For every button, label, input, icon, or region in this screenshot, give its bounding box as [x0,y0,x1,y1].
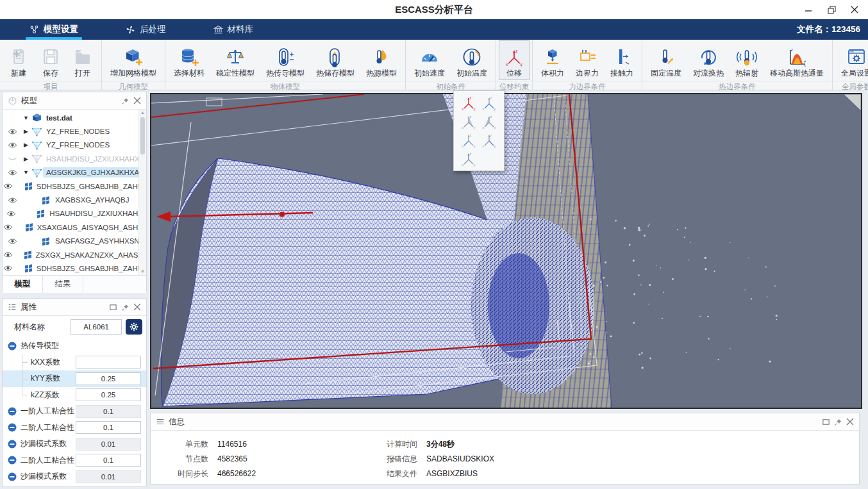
scrollbar-thumb[interactable] [140,117,145,154]
tree-item[interactable]: HSAUHDISU_JZXIUXHAHX [3,207,146,220]
material-name-input[interactable] [71,319,122,335]
tree-item[interactable]: ▶YZ_FREE_NODES [3,138,146,152]
restore-button[interactable] [822,2,841,17]
eye-off-icon[interactable] [3,155,22,162]
collapse-minus-icon[interactable] [8,342,17,351]
ribbon-button-boundary-force[interactable]: 边界力 [570,40,605,80]
ribbon-button-thermo-source[interactable]: 热源模型 [360,40,403,80]
tree-item[interactable]: SDHSBJZS_GHSABJHB_ZAHU [3,179,146,193]
collapse-minus-icon[interactable] [8,423,17,432]
property-value-input[interactable] [76,421,141,434]
ribbon-button-thermo-conduct[interactable]: 热传导模型 [260,40,310,80]
tree-item-label[interactable]: YZ_FREE_NODES [43,126,113,137]
collapse-minus-icon[interactable] [8,456,17,465]
eye-icon[interactable] [3,265,13,272]
ribbon-button-triad-red[interactable]: z x y位移 [499,40,530,80]
property-value-input[interactable] [76,405,141,418]
close-icon[interactable] [133,303,141,311]
constraint-plane-a-option[interactable]: z x y [458,112,479,131]
close-icon[interactable] [133,97,141,104]
ribbon-button-gauge[interactable]: 初始速度 [408,40,451,80]
property-value-input[interactable] [76,438,141,451]
constraint-axis-x-option[interactable]: z x y [458,131,479,149]
tree-item-label[interactable]: SDHSBJZS_GHSABJHB_ZAHU [33,181,146,192]
ribbon-button-gauss-flux[interactable]: zx移动高斯热通量 [764,40,830,80]
property-value-input[interactable] [76,388,141,401]
tab-model-setup[interactable]: 模型设置 [26,19,82,40]
property-value-input[interactable] [76,372,141,385]
ribbon-button-folder[interactable]: 打开 [67,40,99,80]
tab-post-processing[interactable]: 后处理 [122,19,170,40]
eye-icon[interactable] [3,238,22,245]
eye-icon[interactable] [3,251,13,258]
ribbon-button-contact-force[interactable]: 接触力 [605,40,639,80]
tree-item[interactable]: SAGFASGZ_ASYHHXSN [3,235,146,248]
ribbon-button-thermo-convect[interactable]: 对流换热 [687,40,730,80]
tree-scrollbar[interactable]: ▲ ▼ [138,110,146,275]
ribbon-button-settings-window[interactable]: 全局设置 [835,40,868,80]
ribbon-button-database-add[interactable]: 选择材料 [168,40,210,80]
tree-item-label[interactable]: test.dat [43,113,76,123]
scroll-up-icon[interactable]: ▲ [139,110,146,116]
chevron-right-icon[interactable]: ▶ [22,142,30,148]
constraint-axis-z-option[interactable]: z x y [458,149,479,168]
close-icon[interactable] [846,418,854,426]
constraint-plane-b-option[interactable]: z x y [479,112,499,131]
tree-item-label[interactable]: SAGFASGZ_ASYHHXSN [52,236,143,246]
tree-item-label[interactable]: XSAXGAUS_AISYAQSH_ASHX [34,222,146,233]
eye-icon[interactable] [3,169,22,176]
tree-item-label[interactable]: HSAUHDISU_JZXIUXHAHX [46,208,146,219]
scroll-down-icon[interactable]: ▼ [139,269,146,275]
ribbon-button-thermo-store[interactable]: 热储存模型 [310,40,360,80]
tab-material-library[interactable]: 材料库 [210,19,258,40]
chevron-right-icon[interactable]: ▶ [22,156,30,162]
panel-tab-result[interactable]: 结果 [43,276,83,293]
property-value-input[interactable] [76,356,141,369]
chevron-down-icon[interactable]: ▼ [22,169,30,176]
tree-item-label[interactable]: AGSGKJKG_GJHXAJKHXA [43,167,142,178]
collapse-minus-icon[interactable] [8,407,17,416]
property-value-input[interactable] [76,454,141,467]
ribbon-button-cube-add[interactable]: 增加网格模型 [104,40,162,80]
minimize-button[interactable] [799,2,818,17]
tree-item[interactable]: SDHSBJZS_GHSABJHB_ZAHU [3,261,146,275]
constraint-axis-y-option[interactable]: z x y [479,131,499,149]
viewport-3d[interactable] [150,93,862,409]
tree-item-label[interactable]: ZSXGX_HSAKAZNZXK_AHASX [33,250,146,260]
tree-item-label[interactable]: YZ_FREE_NODES [43,140,113,150]
tree-item[interactable]: ▶HSAUHDISU_JZXIUXHAHX [3,152,146,165]
tree-item-label[interactable]: XAGBSXG_AYHAQBJ [52,195,132,205]
collapse-minus-icon[interactable] [8,472,17,481]
ribbon-button-thermo-circle[interactable]: 初始温度 [451,40,493,80]
pin-icon[interactable] [121,97,129,105]
constraint-xyz-option[interactable]: z x y [458,94,479,112]
pin-icon[interactable] [834,418,842,426]
close-button[interactable] [845,2,864,17]
constraint-free-option[interactable]: z x y [479,94,499,112]
panel-tab-model[interactable]: 模型 [3,276,43,293]
tree-item[interactable]: XAGBSXG_AYHAQBJ [3,193,146,206]
pin-icon[interactable] [121,303,129,311]
ribbon-button-body-force[interactable]: 体积力 [535,40,570,80]
eye-icon[interactable] [3,197,22,204]
property-value-input[interactable] [76,470,141,483]
tree-item[interactable]: ZSXGX_HSAKAZNZXK_AHASX [3,248,146,261]
ribbon-button-save[interactable]: 保存 [35,40,67,80]
eye-icon[interactable] [3,210,20,217]
maximize-icon[interactable] [109,303,117,311]
tree-item[interactable]: ▼ test.dat [3,111,146,124]
eye-icon[interactable] [3,183,13,190]
ribbon-button-thermo-radiate[interactable]: 热辐射 [730,40,764,80]
ribbon-button-thermo-fixed[interactable]: 固定温度 [645,40,687,80]
collapse-minus-icon[interactable] [8,440,17,449]
ribbon-button-scale[interactable]: 稳定性模型 [210,40,260,80]
tree-item-label[interactable]: SDHSBJZS_GHSABJHB_ZAHU [33,263,146,274]
tree-item[interactable]: XSAXGAUS_AISYAQSH_ASHX [3,220,146,234]
tree-item[interactable]: ▼AGSGKJKG_GJHXAJKHXA [3,166,146,179]
eye-icon[interactable] [3,224,14,231]
tree-item[interactable]: ▶YZ_FREE_NODES [3,124,146,138]
eye-icon[interactable] [3,128,22,135]
tree-item-label[interactable]: HSAUHDISU_JZXIUXHAHX [43,154,143,164]
chevron-right-icon[interactable]: ▶ [22,128,30,135]
chevron-down-icon[interactable]: ▼ [22,115,30,121]
